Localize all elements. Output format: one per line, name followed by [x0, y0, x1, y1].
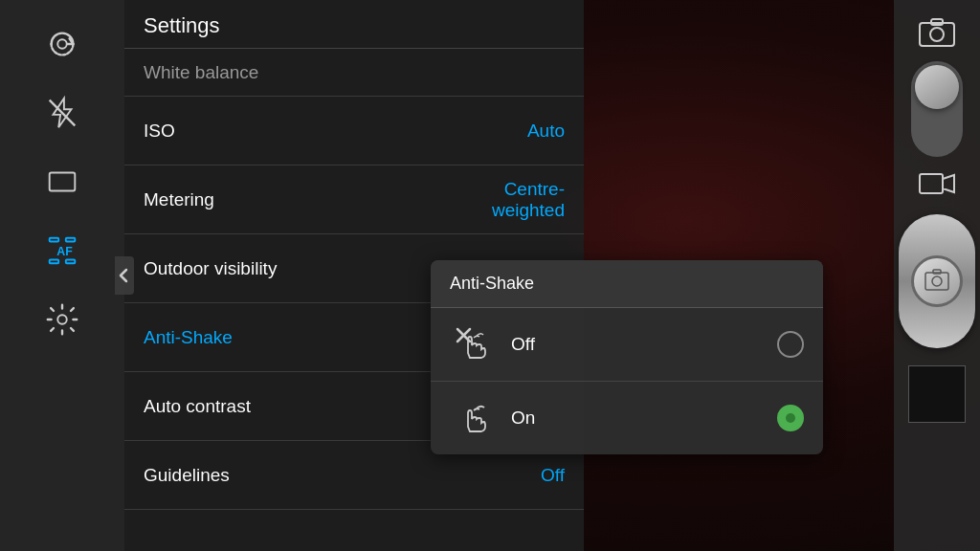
antishake-on-icon — [450, 395, 496, 441]
rotate-camera-icon[interactable] — [33, 15, 91, 73]
svg-point-8 — [57, 315, 67, 324]
outdoor-label: Outdoor visibility — [144, 258, 277, 279]
settings-row-white-balance[interactable]: White balance — [124, 49, 584, 97]
svg-point-16 — [932, 276, 942, 286]
svg-rect-11 — [920, 23, 954, 46]
settings-icon[interactable] — [33, 291, 91, 348]
svg-rect-14 — [920, 174, 943, 193]
antishake-on-option[interactable]: On — [431, 382, 823, 454]
metering-value: Centre-weighted — [492, 179, 565, 221]
antishake-label: Anti-Shake — [144, 327, 233, 348]
right-sidebar — [894, 0, 980, 551]
svg-rect-3 — [50, 238, 59, 242]
settings-row-iso[interactable]: ISO Auto — [124, 97, 584, 165]
settings-row-metering[interactable]: Metering Centre-weighted — [124, 165, 584, 234]
antishake-off-radio[interactable] — [777, 331, 804, 358]
antishake-off-option[interactable]: Off — [431, 308, 823, 382]
autocontrast-label: Auto contrast — [144, 396, 251, 417]
guidelines-label: Guidelines — [144, 465, 230, 486]
antishake-off-icon — [450, 321, 496, 367]
svg-rect-4 — [50, 260, 59, 264]
video-icon[interactable] — [908, 170, 966, 197]
antishake-on-label: On — [511, 408, 777, 429]
collapse-arrow[interactable] — [115, 256, 134, 295]
svg-point-12 — [930, 28, 944, 41]
svg-rect-6 — [66, 260, 76, 264]
svg-rect-15 — [925, 273, 948, 290]
iso-label: ISO — [144, 121, 175, 142]
antishake-off-label: Off — [511, 334, 777, 355]
svg-rect-17 — [933, 270, 941, 274]
left-sidebar: AF — [0, 0, 124, 551]
shutter-track[interactable] — [911, 61, 963, 157]
capture-button[interactable] — [899, 214, 975, 348]
autofocus-icon[interactable]: AF — [33, 222, 91, 279]
metering-label: Metering — [144, 189, 214, 210]
svg-rect-2 — [50, 173, 76, 191]
antishake-on-radio[interactable] — [777, 405, 804, 431]
flash-off-icon[interactable] — [33, 84, 91, 142]
antishake-dropdown: Anti-Shake Off On — [431, 260, 823, 454]
iso-value: Auto — [527, 121, 565, 142]
capture-inner — [911, 255, 963, 307]
shutter-knob — [915, 65, 959, 109]
thumbnail[interactable] — [908, 365, 966, 423]
settings-title: Settings — [124, 0, 584, 49]
svg-rect-5 — [66, 238, 76, 242]
svg-point-0 — [57, 39, 67, 49]
dropdown-title: Anti-Shake — [431, 260, 823, 308]
camera-switch-icon[interactable] — [908, 17, 966, 48]
guidelines-value: Off — [541, 465, 565, 486]
white-balance-label: White balance — [144, 62, 258, 83]
aspect-ratio-icon[interactable] — [33, 153, 91, 210]
svg-text:AF: AF — [56, 245, 73, 258]
